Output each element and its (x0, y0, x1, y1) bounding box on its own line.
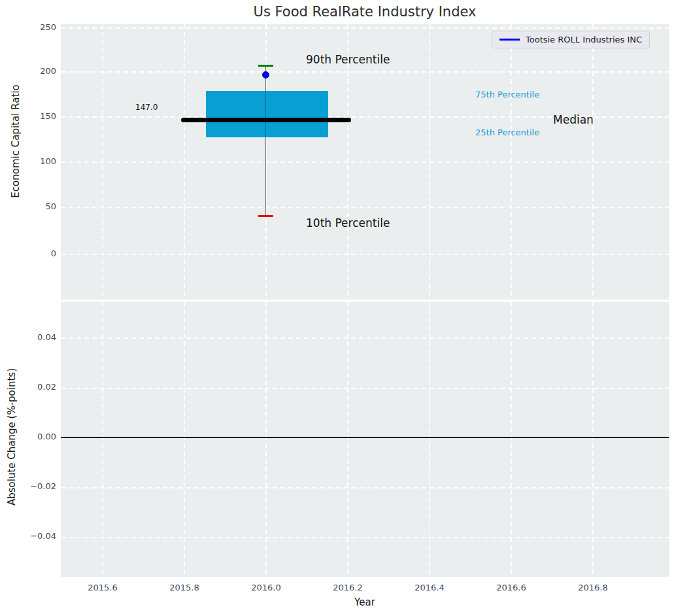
xtick: 2015.6 (73, 583, 132, 592)
boxplot-10th-percentile-cap (258, 215, 273, 217)
top-y-axis-label: Economic Capital Ratio (10, 84, 22, 197)
gridline-horizontal (61, 487, 669, 488)
gridline-horizontal (61, 71, 669, 73)
p25-annotation: 25th Percentile (475, 128, 539, 137)
gridline-horizontal (61, 537, 669, 538)
p90-annotation: 90th Percentile (306, 53, 390, 66)
xtick: 2016.0 (237, 583, 296, 592)
gridline-vertical (102, 302, 103, 577)
zero-reference-line (61, 437, 669, 438)
ytick-top: 50 (0, 201, 56, 211)
xtick: 2016.6 (482, 583, 541, 592)
legend-label: Tootsie ROLL Industries INC (526, 35, 642, 44)
gridline-vertical (347, 302, 348, 577)
xtick: 2016.4 (400, 583, 459, 592)
figure: Us Food RealRate Industry Index 147.0 90… (0, 0, 676, 616)
gridline-vertical (184, 302, 185, 577)
x-axis-label: Year (354, 596, 375, 608)
p75-annotation: 75th Percentile (475, 90, 539, 99)
legend: Tootsie ROLL Industries INC (492, 31, 650, 48)
p10-annotation: 10th Percentile (306, 216, 390, 230)
gridline-horizontal (61, 337, 669, 339)
ytick-top: 200 (0, 66, 56, 76)
ytick-top: 100 (0, 156, 56, 166)
ytick-bottom: −0.04 (0, 531, 56, 541)
median-value-label: 147.0 (135, 103, 158, 112)
xtick: 2015.8 (155, 583, 214, 592)
median-annotation: Median (553, 113, 594, 126)
gridline-horizontal (61, 27, 669, 29)
xtick: 2016.2 (318, 583, 377, 592)
boxplot-median-line (181, 118, 351, 122)
bottom-y-axis-label: Absolute Change (%-points) (6, 368, 18, 505)
gridline-vertical (429, 302, 430, 577)
ytick-top: 150 (0, 111, 56, 121)
ytick-top: 0 (0, 248, 56, 258)
ytick-bottom: 0.04 (0, 332, 56, 342)
bottom-axes (61, 302, 669, 577)
gridline-horizontal (61, 207, 669, 208)
gridline-vertical (511, 302, 512, 577)
boxplot-iqr-box (206, 91, 328, 137)
legend-line-sample (499, 39, 520, 40)
boxplot-whisker-line (265, 66, 266, 216)
xtick: 2016.8 (564, 583, 622, 592)
gridline-horizontal (61, 162, 669, 163)
gridline-horizontal (61, 388, 669, 389)
company-data-point (262, 71, 269, 78)
gridline-horizontal (61, 254, 669, 255)
chart-title: Us Food RealRate Industry Index (254, 4, 477, 20)
gridline-vertical (592, 302, 594, 577)
boxplot-center-line (265, 91, 266, 137)
ytick-top: 250 (0, 22, 56, 32)
gridline-vertical (265, 302, 267, 577)
top-axes: 147.0 90th Percentile 10th Percentile 75… (61, 24, 669, 299)
boxplot-90th-percentile-cap (258, 65, 273, 67)
